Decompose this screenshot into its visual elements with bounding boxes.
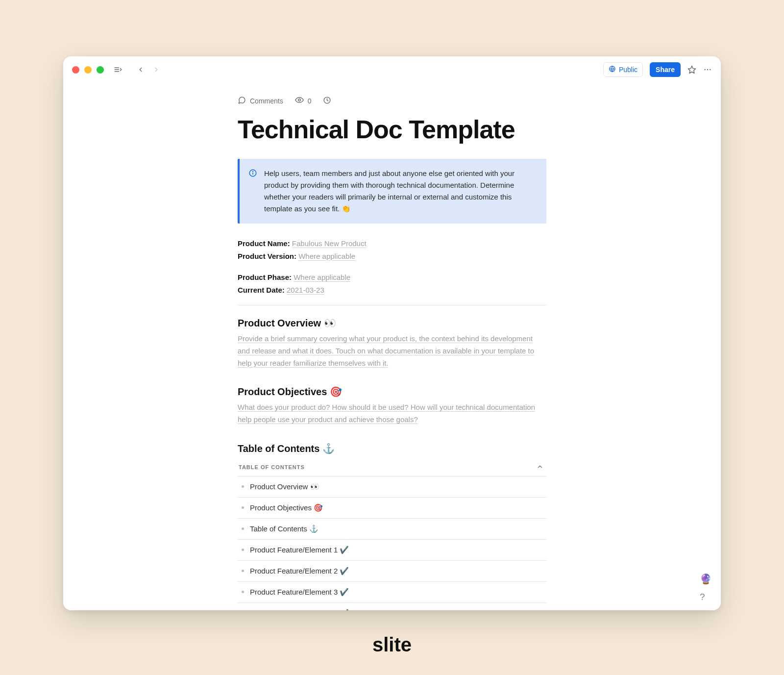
toggle-sidebar-icon[interactable] bbox=[114, 65, 122, 74]
toc-widget-label: TABLE OF CONTENTS bbox=[239, 464, 305, 470]
views-indicator[interactable]: 0 bbox=[295, 96, 312, 106]
callout-text: Help users, team members and just about … bbox=[264, 168, 536, 215]
floating-help-icons: 🔮 ? bbox=[700, 573, 712, 602]
toc-item-label: Product Feature/Element 3 ✔️ bbox=[250, 588, 349, 597]
field-label: Product Phase: bbox=[238, 273, 292, 281]
svg-point-8 bbox=[710, 69, 710, 70]
forward-button[interactable] bbox=[153, 66, 160, 73]
toc-item-label: Product Feature/Element 1 ✔️ bbox=[250, 546, 349, 554]
info-icon bbox=[248, 169, 257, 215]
divider bbox=[238, 305, 546, 305]
minimize-window-button[interactable] bbox=[84, 66, 92, 74]
toc-item-label: Product Feature/Element 2 ✔️ bbox=[250, 567, 349, 575]
toc-item[interactable]: Product Feature/Element 3 ✔️ bbox=[238, 582, 546, 603]
toc-item-label: Product Objectives 🎯 bbox=[250, 503, 323, 512]
views-count: 0 bbox=[308, 97, 312, 105]
toc-item[interactable]: Product Overview 👀 bbox=[238, 476, 546, 498]
toc-item-label: Product Overview 👀 bbox=[250, 482, 319, 491]
comments-button[interactable]: Comments bbox=[238, 96, 283, 106]
share-button[interactable]: Share bbox=[650, 62, 681, 77]
heading-table-of-contents: Table of Contents ⚓ bbox=[238, 443, 546, 454]
toc-list: Product Overview 👀Product Objectives 🎯Ta… bbox=[238, 476, 546, 610]
toc-item[interactable]: Product Objectives 🎯 bbox=[238, 498, 546, 519]
toc-item[interactable]: Table of Contents ⚓ bbox=[238, 519, 546, 540]
field-current-date: Current Date: 2021-03-23 bbox=[238, 284, 546, 297]
nav-arrows bbox=[137, 66, 160, 73]
history-button[interactable] bbox=[323, 96, 331, 106]
bullet-icon bbox=[242, 549, 244, 551]
bullet-icon bbox=[242, 485, 244, 488]
svg-marker-5 bbox=[688, 66, 696, 74]
page-title: Technical Doc Template bbox=[238, 115, 546, 144]
window-controls bbox=[72, 66, 104, 74]
visibility-label: Public bbox=[619, 66, 637, 74]
close-window-button[interactable] bbox=[72, 66, 79, 74]
field-label: Current Date: bbox=[238, 286, 285, 294]
field-value[interactable]: Where applicable bbox=[298, 252, 355, 260]
chevron-up-icon bbox=[537, 463, 543, 471]
favorite-star-icon[interactable] bbox=[687, 65, 696, 74]
field-product-phase: Product Phase: Where applicable bbox=[238, 271, 546, 284]
titlebar-right: Public Share bbox=[603, 62, 712, 77]
app-window: Public Share Comments 0 bbox=[63, 56, 721, 610]
clock-refresh-icon bbox=[323, 96, 331, 106]
info-callout: Help users, team members and just about … bbox=[238, 159, 546, 224]
titlebar-left bbox=[72, 65, 160, 74]
toc-item[interactable]: Product Feature/Element 4 ✔️ bbox=[238, 603, 546, 610]
toc-item-label: Product Feature/Element 4 ✔️ bbox=[250, 609, 349, 610]
field-label: Product Name: bbox=[238, 239, 290, 248]
toc-item-label: Table of Contents ⚓ bbox=[250, 525, 318, 533]
doc-meta-row: Comments 0 bbox=[238, 96, 546, 106]
toc-widget-header[interactable]: TABLE OF CONTENTS bbox=[238, 458, 546, 476]
help-button[interactable]: ? bbox=[700, 592, 712, 602]
toc-item[interactable]: Product Feature/Element 1 ✔️ bbox=[238, 540, 546, 561]
field-label: Product Version: bbox=[238, 252, 296, 260]
heading-product-overview: Product Overview 👀 bbox=[238, 317, 546, 329]
svg-point-9 bbox=[298, 99, 300, 101]
document-body: Comments 0 Technical Doc Template Help u… bbox=[238, 81, 546, 610]
heading-product-objectives: Product Objectives 🎯 bbox=[238, 386, 546, 398]
bullet-icon bbox=[242, 570, 244, 572]
visibility-public-button[interactable]: Public bbox=[603, 62, 643, 77]
field-value[interactable]: Fabulous New Product bbox=[292, 239, 367, 248]
bullet-icon bbox=[242, 527, 244, 530]
titlebar: Public Share bbox=[63, 56, 721, 81]
globe-icon bbox=[609, 65, 616, 74]
more-options-icon[interactable] bbox=[703, 65, 712, 74]
crystal-ball-icon[interactable]: 🔮 bbox=[700, 573, 712, 585]
svg-point-6 bbox=[705, 69, 706, 70]
svg-point-13 bbox=[253, 172, 253, 172]
eye-icon bbox=[295, 96, 304, 106]
comment-icon bbox=[238, 96, 246, 106]
back-button[interactable] bbox=[137, 66, 144, 73]
svg-point-7 bbox=[707, 69, 708, 70]
field-product-name: Product Name: Fabulous New Product bbox=[238, 237, 546, 250]
bullet-icon bbox=[242, 591, 244, 593]
toc-item[interactable]: Product Feature/Element 2 ✔️ bbox=[238, 561, 546, 582]
field-product-version: Product Version: Where applicable bbox=[238, 250, 546, 263]
field-value[interactable]: Where applicable bbox=[294, 273, 350, 281]
comments-label: Comments bbox=[250, 97, 283, 105]
maximize-window-button[interactable] bbox=[97, 66, 104, 74]
placeholder-product-overview[interactable]: Provide a brief summary covering what yo… bbox=[238, 333, 546, 369]
placeholder-product-objectives[interactable]: What does your product do? How should it… bbox=[238, 401, 546, 426]
field-value[interactable]: 2021-03-23 bbox=[287, 286, 324, 294]
brand-logo: slite bbox=[372, 634, 412, 656]
bullet-icon bbox=[242, 506, 244, 509]
